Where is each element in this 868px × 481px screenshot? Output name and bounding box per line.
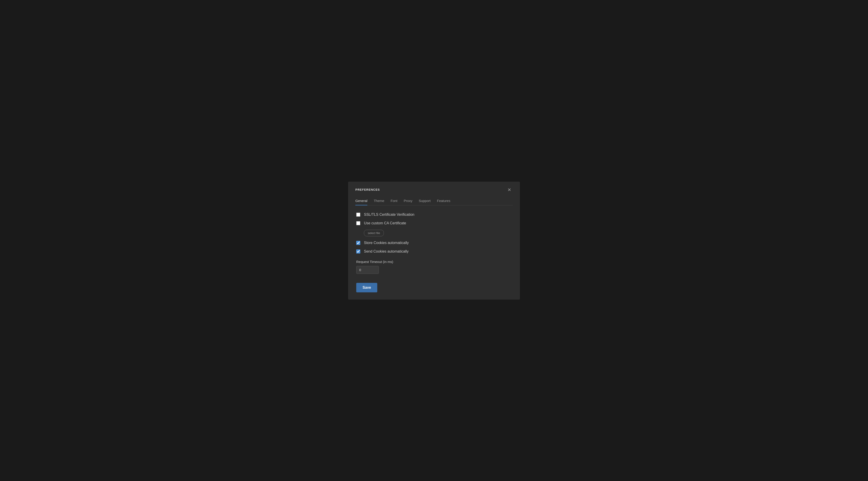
save-button[interactable]: Save [356,283,377,292]
tab-features[interactable]: Features [437,199,450,205]
store-cookies-label: Store Cookies automatically [364,241,409,245]
timeout-section: Request Timeout (in ms) [356,260,513,274]
custom-ca-checkbox[interactable] [356,221,360,225]
custom-ca-label: Use custom CA Certificate [364,221,406,225]
ssl-tls-row: SSL/TLS Certificate Verification [356,213,513,217]
send-cookies-label: Send Cookies automatically [364,249,408,254]
close-button[interactable]: ✕ [506,187,513,192]
ssl-tls-label: SSL/TLS Certificate Verification [364,213,414,217]
timeout-label: Request Timeout (in ms) [356,260,513,264]
send-cookies-checkbox[interactable] [356,249,360,254]
general-settings-panel: SSL/TLS Certificate Verification Use cus… [355,213,513,292]
dialog-title: PREFERENCES [355,188,380,191]
send-cookies-row: Send Cookies automatically [356,249,513,254]
store-cookies-checkbox[interactable] [356,241,360,245]
ssl-tls-checkbox[interactable] [356,213,360,217]
tab-support[interactable]: Support [418,199,431,205]
tab-proxy[interactable]: Proxy [404,199,412,205]
tab-theme[interactable]: Theme [374,199,384,205]
dialog-header: PREFERENCES ✕ [355,187,513,192]
save-section: Save [356,283,513,292]
tabs-bar: General Theme Font Proxy Support Feature… [355,199,513,205]
select-file-button[interactable]: select file [364,230,384,236]
tab-general[interactable]: General [355,199,367,205]
custom-ca-row: Use custom CA Certificate [356,221,513,225]
timeout-input[interactable] [356,266,379,274]
tab-font[interactable]: Font [391,199,397,205]
store-cookies-row: Store Cookies automatically [356,241,513,245]
select-file-row: select file [356,230,513,236]
preferences-dialog: PREFERENCES ✕ General Theme Font Proxy S… [348,182,520,299]
